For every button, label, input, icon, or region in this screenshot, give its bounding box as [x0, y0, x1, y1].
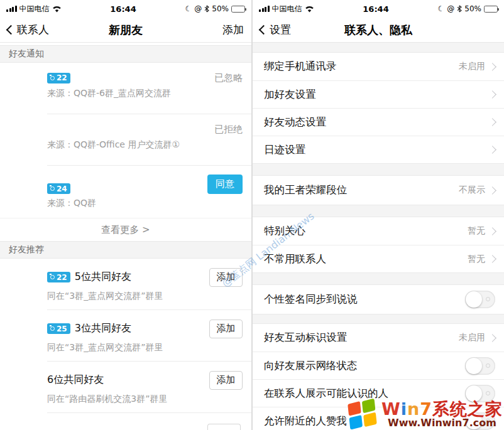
wifi-icon [305, 6, 314, 13]
group-gap [253, 205, 504, 217]
add-action-button[interactable]: 添加 [222, 23, 244, 37]
setting-row-show-people-you-may-know[interactable]: 在联系人展示可能认识的人 [253, 379, 504, 407]
settings-group: 个性签名同步到说说 [253, 285, 504, 314]
badge-icon [50, 76, 55, 80]
setting-label: 好友动态设置 [264, 116, 326, 129]
group-level-badge: 25 [47, 323, 70, 334]
setting-label: 个性签名同步到说说 [264, 293, 358, 306]
group-gap [253, 43, 504, 53]
add-friend-button[interactable]: 添加 [209, 268, 243, 287]
back-label: 设置 [270, 23, 291, 37]
moon-icon: ☾ [185, 4, 192, 13]
group-gap [253, 163, 504, 176]
setting-label: 在联系人展示可能认识的人 [264, 387, 388, 400]
clock-label: 16:44 [62, 4, 185, 14]
left-screen-new-friends: 中国电信 16:44 ☾ @ 50% 联系人 新朋友 添 [0, 0, 251, 430]
setting-label: 向好友展示网络状态 [264, 359, 358, 373]
divider [47, 412, 251, 413]
setting-row-add-friend-settings[interactable]: 加好友设置 [253, 80, 504, 108]
battery-icon [484, 6, 498, 13]
right-screen-contacts-privacy: 中国电信 16:44 ☾ @ 50% 设置 联系人、隐私 [253, 0, 504, 430]
add-friend-button[interactable]: 添加 [209, 371, 243, 390]
status-badge: 已拒绝 [214, 124, 243, 136]
setting-label: 好友互动标识设置 [264, 331, 347, 345]
view-more-link[interactable]: 查看更多 > [0, 218, 251, 241]
setting-row-sync-signature[interactable]: 个性签名同步到说说 [253, 285, 504, 314]
section-header-label: 好友推荐 [9, 244, 44, 255]
friend-recommendation-row[interactable]: 6位共同好友 添加 同在“路由器刷机交流3群”群里 [0, 362, 251, 413]
toggle-switch-off[interactable] [465, 385, 495, 402]
chevron-left-icon [259, 25, 269, 35]
chevron-left-icon [6, 25, 16, 35]
section-header-friend-recommendations: 好友推荐 [0, 241, 251, 259]
friend-notice-row[interactable]: 已拒绝 来源：QQ群-Office 用户交流群① [0, 114, 251, 166]
section-header-label: 好友通知 [9, 48, 44, 60]
status-right: ☾ @ 50% [185, 4, 245, 13]
back-button-contacts[interactable]: 联系人 [8, 23, 49, 37]
setting-row-allow-nearby-likes[interactable]: 允许附近的人赞我 [253, 407, 504, 430]
setting-label: 绑定手机通讯录 [264, 60, 337, 73]
agree-button[interactable]: 同意 [207, 175, 243, 194]
carrier-label: 中国电信 [272, 4, 302, 14]
setting-label: 日迹设置 [264, 143, 305, 157]
badge-icon [50, 186, 55, 191]
bluetooth-icon [457, 5, 462, 13]
toggle-switch-off[interactable] [465, 357, 495, 375]
chevron-right-icon [488, 334, 496, 342]
left-nav-bar: 联系人 新朋友 添加 [0, 18, 251, 43]
friend-recommendation-row[interactable]: 22 5位共同好友 添加 同在“3群_蓝点网交流群”群里 [0, 259, 251, 310]
moon-icon: ☾ [438, 4, 445, 13]
screenshot-stage: 中国电信 16:44 ☾ @ 50% 联系人 新朋友 添 [0, 0, 504, 430]
carrier-label: 中国电信 [19, 4, 50, 14]
chevron-right-icon [488, 146, 496, 154]
group-level-badge: 22 [47, 272, 70, 282]
setting-row-kings-glory-rank[interactable]: 我的王者荣耀段位 不展示 [253, 176, 504, 205]
battery-percent-label: 50% [464, 4, 481, 13]
badge-count: 25 [57, 325, 67, 333]
setting-row-interaction-badge-settings[interactable]: 好友互动标识设置 未启用 [253, 324, 504, 352]
mutual-friends-label: 3位共同好友 [75, 322, 131, 335]
recommendation-source: 同在“路由器刷机交流3群”群里 [47, 394, 243, 405]
status-right: ☾ @ 50% [438, 4, 498, 13]
badge-count: 22 [57, 73, 67, 82]
settings-group: 我的王者荣耀段位 不展示 [253, 176, 504, 205]
chevron-right-icon [488, 90, 496, 99]
setting-row-friend-feed-settings[interactable]: 好友动态设置 [253, 108, 504, 136]
setting-label: 不常用联系人 [264, 252, 326, 266]
setting-label: 特别关心 [264, 224, 305, 238]
setting-value: 不展示 [459, 185, 485, 196]
add-friend-button[interactable]: 添加 [209, 320, 243, 338]
status-bar: 中国电信 16:44 ☾ @ 50% [253, 0, 504, 18]
friend-notice-row[interactable]: 22 已忽略 来源：QQ群-6群_蓝点网交流群 [0, 63, 251, 114]
toggle-switch-off[interactable] [465, 291, 495, 308]
setting-row-daily-trace-settings[interactable]: 日迹设置 [253, 136, 504, 163]
notice-source: 来源：QQ群-Office 用户交流群① [47, 139, 243, 151]
status-bar: 中国电信 16:44 ☾ @ 50% [0, 0, 251, 18]
back-button-settings[interactable]: 设置 [260, 23, 291, 37]
battery-percent-label: 50% [212, 4, 229, 13]
setting-row-special-care[interactable]: 特别关心 暂无 [253, 217, 504, 245]
mutual-friends-label: 6位共同好友 [47, 374, 104, 387]
wifi-icon [52, 6, 62, 13]
setting-value: 暂无 [468, 225, 485, 237]
setting-label: 加好友设置 [264, 88, 316, 102]
setting-row-bind-phone-contacts[interactable]: 绑定手机通讯录 未启用 [253, 53, 504, 80]
add-friend-button-partial[interactable] [207, 424, 241, 430]
group-gap [253, 272, 504, 285]
setting-row-show-network-status[interactable]: 向好友展示网络状态 [253, 352, 504, 379]
chevron-right-icon [488, 227, 496, 235]
badge-count: 24 [57, 185, 67, 193]
chevron-right-icon [488, 63, 496, 71]
bluetooth-icon [204, 5, 209, 13]
friend-notice-row[interactable]: 24 同意 来源：QQ群 [0, 166, 251, 218]
setting-row-infrequent-contacts[interactable]: 不常用联系人 暂无 [253, 245, 504, 272]
right-nav-bar: 设置 联系人、隐私 [253, 18, 504, 43]
chevron-right-icon [488, 118, 496, 126]
settings-group: 绑定手机通讯录 未启用 加好友设置 好友动态设置 日迹设置 [253, 53, 504, 163]
badge-icon [50, 275, 55, 279]
recommendation-source: 同在“3群_蓝点网交流群”群里 [47, 342, 243, 353]
toggle-switch-off[interactable] [465, 412, 495, 430]
friend-recommendation-row[interactable]: 25 3位共同好友 添加 同在“3群_蓝点网交流群”群里 [0, 310, 251, 362]
chevron-right-icon [488, 186, 496, 195]
setting-label: 允许附近的人赞我 [264, 414, 347, 428]
